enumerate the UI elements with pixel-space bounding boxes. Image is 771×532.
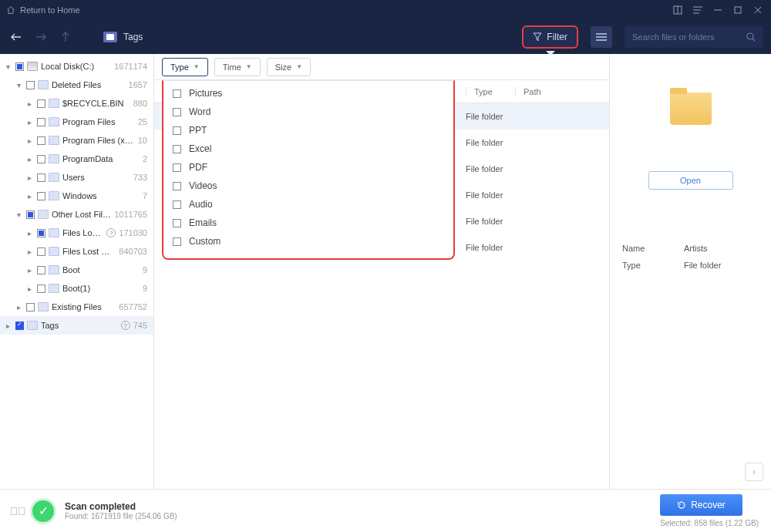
open-button[interactable]: Open: [648, 171, 733, 190]
tree-item[interactable]: ▸ProgramData2: [0, 150, 153, 168]
maximize-button[interactable]: [731, 3, 745, 17]
checkbox[interactable]: [173, 145, 181, 153]
return-home-link[interactable]: Return to Home: [6, 5, 80, 15]
expand-icon[interactable]: ▾: [14, 81, 23, 89]
expand-icon[interactable]: ▸: [3, 322, 12, 330]
tree-count: 1011765: [114, 210, 147, 219]
tree-item[interactable]: ▸Program Files25: [0, 113, 153, 131]
close-button[interactable]: [751, 3, 765, 17]
checkbox[interactable]: [37, 285, 45, 293]
checkbox[interactable]: [173, 108, 181, 116]
checkbox[interactable]: [37, 229, 45, 237]
help-icon[interactable]: ?: [121, 321, 130, 330]
checkbox[interactable]: [37, 247, 45, 256]
type-option[interactable]: Videos: [163, 177, 453, 195]
checkbox[interactable]: [15, 62, 24, 71]
playback-controls[interactable]: [11, 507, 25, 515]
layout-icon[interactable]: [671, 3, 685, 17]
expand-icon[interactable]: ▸: [25, 136, 34, 145]
col-type[interactable]: Type: [466, 87, 515, 96]
sidebar-tree[interactable]: ▾Local Disk(C:)1671174▾Deleted Files1657…: [0, 54, 154, 489]
tree-item[interactable]: ▾Local Disk(C:)1671174: [0, 57, 153, 76]
checkbox[interactable]: [26, 303, 35, 311]
filter-chip-type[interactable]: Type▼: [162, 58, 208, 76]
col-path[interactable]: Path: [515, 87, 609, 96]
filter-chip-size[interactable]: Size▼: [267, 58, 311, 76]
expand-icon[interactable]: ▸: [25, 99, 34, 108]
checkbox[interactable]: [15, 322, 24, 330]
checkbox[interactable]: [26, 210, 35, 219]
checkbox[interactable]: [26, 81, 35, 89]
checkbox[interactable]: [173, 126, 181, 135]
search-box[interactable]: [625, 26, 763, 48]
checkbox[interactable]: [37, 155, 45, 163]
expand-icon[interactable]: ▾: [3, 62, 12, 71]
tree-item[interactable]: ▸Tags?745: [0, 316, 153, 335]
recover-button[interactable]: Recover: [660, 494, 742, 516]
type-option[interactable]: Word: [163, 103, 453, 121]
expand-icon[interactable]: ▸: [25, 173, 34, 182]
filter-button[interactable]: Filter: [522, 25, 578, 49]
up-button[interactable]: [57, 29, 74, 45]
type-option[interactable]: Emails: [163, 214, 453, 232]
tree-label: Windows: [62, 191, 140, 200]
checkbox[interactable]: [173, 89, 181, 98]
type-dropdown-menu[interactable]: PicturesWordPPTExcelPDFVideosAudioEmails…: [162, 80, 455, 260]
tree-item[interactable]: ▸$RECYCLE.BIN880: [0, 94, 153, 113]
expand-icon[interactable]: ▸: [14, 303, 23, 311]
checkbox[interactable]: [173, 182, 181, 190]
selected-info: Selected: 858 files (1.22 GB): [660, 519, 759, 527]
tree-item[interactable]: ▾Deleted Files1657: [0, 76, 153, 94]
checkbox[interactable]: [37, 192, 45, 200]
row-type: File folder: [466, 243, 503, 252]
tree-item[interactable]: ▸Boot(1)9: [0, 279, 153, 298]
type-option[interactable]: PDF: [163, 158, 453, 177]
help-icon[interactable]: ?: [106, 228, 116, 237]
tree-item[interactable]: ▸Boot9: [0, 261, 153, 279]
search-input[interactable]: [632, 32, 742, 42]
chevron-down-icon: ▼: [296, 63, 302, 70]
tree-item[interactable]: ▸Program Files (x86)10: [0, 131, 153, 150]
expand-icon[interactable]: ▸: [25, 266, 34, 274]
back-button[interactable]: [8, 29, 25, 45]
expand-icon[interactable]: ▸: [25, 155, 34, 163]
svg-line-14: [752, 39, 755, 41]
minimize-button[interactable]: [711, 3, 725, 17]
type-option[interactable]: Custom: [163, 232, 453, 251]
list-view-button[interactable]: [591, 26, 612, 48]
checkbox[interactable]: [173, 163, 181, 172]
checkbox[interactable]: [173, 237, 181, 246]
row-type: File folder: [466, 112, 503, 121]
type-option[interactable]: Excel: [163, 140, 453, 158]
tree-item[interactable]: ▸Windows7: [0, 187, 153, 205]
expand-icon[interactable]: ▸: [25, 118, 34, 126]
next-page-button[interactable]: ›: [745, 463, 763, 481]
menu-icon[interactable]: [691, 3, 705, 17]
chevron-down-icon: ▼: [194, 63, 200, 70]
checkbox[interactable]: [37, 118, 45, 126]
tree-item[interactable]: ▸Files Lost Original ...840703: [0, 242, 153, 261]
checkbox[interactable]: [37, 136, 45, 145]
checkbox[interactable]: [37, 266, 45, 274]
expand-icon[interactable]: ▾: [14, 210, 23, 219]
expand-icon[interactable]: ▸: [25, 285, 34, 293]
tree-item[interactable]: ▸Files Lost Origi...?171030: [0, 224, 153, 242]
expand-icon[interactable]: ▸: [25, 229, 34, 237]
search-icon[interactable]: [746, 32, 756, 42]
tree-item[interactable]: ▸Existing Files657752: [0, 298, 153, 316]
type-option[interactable]: Pictures: [163, 84, 453, 103]
expand-icon[interactable]: ▸: [25, 192, 34, 200]
checkbox[interactable]: [173, 200, 181, 209]
tree-count: 657752: [119, 302, 147, 311]
checkbox[interactable]: [37, 173, 45, 182]
expand-icon[interactable]: ▸: [25, 247, 34, 256]
checkbox[interactable]: [37, 99, 45, 108]
tree-label: Other Lost Files: [52, 210, 111, 219]
forward-button[interactable]: [32, 29, 49, 45]
type-option[interactable]: PPT: [163, 121, 453, 140]
tree-item[interactable]: ▾Other Lost Files1011765: [0, 205, 153, 224]
type-option[interactable]: Audio: [163, 195, 453, 214]
checkbox[interactable]: [173, 219, 181, 227]
tree-item[interactable]: ▸Users733: [0, 168, 153, 187]
filter-chip-time[interactable]: Time▼: [214, 58, 261, 76]
